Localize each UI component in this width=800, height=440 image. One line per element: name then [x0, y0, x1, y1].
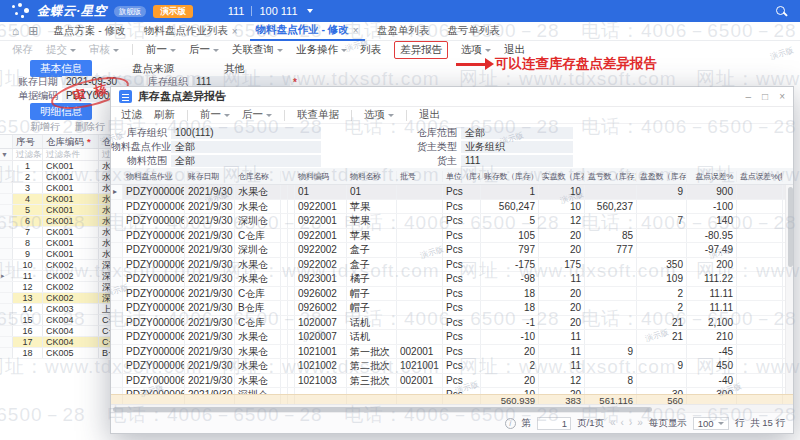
- table-cell: 2021/9/30: [185, 258, 235, 272]
- page-tab[interactable]: 盘亏单列表: [441, 21, 506, 41]
- toolbar-button[interactable]: 后一: [189, 43, 219, 57]
- table-row[interactable]: PDZY0000062021/9/30B仓库0926002帽子Pcs182021…: [111, 301, 793, 316]
- vertical-scrollbar[interactable]: [785, 185, 793, 394]
- info-icon[interactable]: i: [505, 418, 516, 429]
- table-row[interactable]: PDZY0000062021/9/30深圳仓0922002盒子Pcs797207…: [111, 243, 793, 258]
- toolbar-button[interactable]: 提交: [46, 43, 76, 57]
- toolbar-button-label: 选项: [364, 108, 385, 122]
- toolbar-button[interactable]: 联查单据: [297, 108, 339, 122]
- pagination-bar: i 第 1 页/1页 « ‹ › » 每页显示 100 行 共 15 行: [111, 412, 793, 433]
- toolbar-button[interactable]: 退出: [419, 108, 440, 122]
- dialog-titlebar[interactable]: 库存盘点差异报告 – □ ×: [111, 87, 793, 107]
- toolbar-button[interactable]: 保存: [12, 43, 33, 57]
- horizontal-scrollbar[interactable]: [111, 404, 793, 412]
- table-cell: 01: [347, 185, 397, 199]
- page-tab[interactable]: 物料盘点作业 - 修改×: [250, 21, 365, 41]
- table-cell: Pcs: [443, 243, 481, 257]
- table-body[interactable]: ▸PDZY0000062021/9/30水果仓0101Pcs1109900PDZ…: [111, 185, 793, 394]
- table-cell: [281, 388, 288, 394]
- first-page-icon[interactable]: «: [610, 417, 616, 429]
- page-tab-label: 盘亏单列表: [447, 24, 500, 38]
- tab-close-icon[interactable]: ×: [353, 25, 359, 36]
- table-row[interactable]: ▸PDZY0000062021/9/30水果仓0101Pcs1109900: [111, 185, 793, 200]
- grid-action-link[interactable]: 新增行: [30, 120, 60, 134]
- search-icon[interactable]: [776, 5, 788, 17]
- home-icon[interactable]: ⌂: [12, 25, 19, 37]
- filter-value[interactable]: 全部: [171, 155, 321, 167]
- toolbar-button[interactable]: 刷新: [154, 108, 175, 122]
- table-row[interactable]: PDZY0000062021/9/30深圳仓Pcs-102030300: [111, 388, 793, 394]
- table-cell: [397, 287, 443, 301]
- table-cell: 560,237: [585, 200, 637, 214]
- filter-cell[interactable]: 过滤条件: [13, 149, 43, 160]
- chevron-down-icon[interactable]: [307, 9, 313, 13]
- filter-label: 仓库范围: [401, 126, 461, 140]
- table-cell: 0923001: [295, 272, 347, 286]
- table-cell: CK001: [43, 216, 99, 226]
- last-page-icon[interactable]: »: [637, 417, 643, 429]
- maximize-icon[interactable]: □: [762, 92, 768, 102]
- table-cell: 水果仓: [235, 272, 281, 286]
- column-header: 物料盘点作业: [123, 171, 185, 182]
- prev-page-icon[interactable]: ‹: [621, 417, 624, 429]
- toolbar-button[interactable]: 差异报告: [394, 41, 448, 59]
- filter-cell[interactable]: 过滤条件: [43, 149, 99, 160]
- next-page-icon[interactable]: ›: [629, 417, 632, 429]
- page-tab[interactable]: 盘点方案 - 修改: [47, 21, 131, 41]
- toolbar-button[interactable]: 前一: [200, 108, 230, 122]
- minimize-icon[interactable]: –: [746, 92, 752, 102]
- topbar-divider: [251, 6, 252, 16]
- table-cell: [288, 243, 295, 257]
- table-cell: [281, 330, 288, 344]
- table-row[interactable]: PDZY0000062021/9/30水果仓1021003第三批次002001P…: [111, 374, 793, 389]
- table-cell: CK002: [43, 282, 99, 292]
- toolbar-button[interactable]: 过滤: [121, 108, 142, 122]
- filter-value[interactable]: 业务组织: [461, 141, 573, 153]
- toolbar-button[interactable]: 业务操作: [296, 43, 347, 57]
- close-icon[interactable]: ×: [779, 92, 785, 102]
- filter-value[interactable]: 100(111): [171, 127, 321, 139]
- filter-value[interactable]: 全部: [171, 141, 321, 153]
- table-row[interactable]: PDZY0000062021/9/30C仓库0926002帽子Pcs182021…: [111, 287, 793, 302]
- toolbar-button[interactable]: 关联查询: [232, 43, 283, 57]
- apps-grid-icon[interactable]: ⊞: [28, 25, 38, 37]
- toolbar-button[interactable]: 选项: [364, 108, 394, 122]
- user-menu[interactable]: 100 111: [259, 5, 297, 17]
- tab-close-icon[interactable]: ×: [232, 26, 238, 37]
- table-cell: 1: [481, 185, 539, 199]
- table-cell: 第一批次: [347, 345, 397, 359]
- scrollbar-thumb[interactable]: [788, 187, 793, 267]
- table-cell: 21: [637, 330, 687, 344]
- table-cell: [281, 359, 288, 373]
- table-cell: 105: [481, 229, 539, 243]
- filter-value[interactable]: 111: [461, 155, 573, 167]
- table-row[interactable]: PDZY0000062021/9/30水果仓0922001苹果Pcs560,24…: [111, 200, 793, 215]
- table-row[interactable]: PDZY0000062021/9/30深圳仓0922001苹果Pcs512714…: [111, 214, 793, 229]
- filter-value[interactable]: 全部: [461, 127, 573, 139]
- page-tab[interactable]: 盘盈单列表: [371, 21, 436, 41]
- toolbar-button[interactable]: 审核: [89, 43, 119, 57]
- table-cell: [0, 161, 13, 171]
- table-row[interactable]: PDZY0000062021/9/30水果仓1020007话机Pcs-10112…: [111, 330, 793, 345]
- table-cell: 9: [637, 185, 687, 199]
- table-cell: [585, 214, 637, 228]
- table-cell: [397, 229, 443, 243]
- table-row[interactable]: PDZY0000062021/9/30水果仓1021002第二批次1021001…: [111, 359, 793, 374]
- toolbar-button[interactable]: 列表: [360, 43, 381, 57]
- scrollbar-thumb[interactable]: [113, 407, 652, 412]
- table-cell: PDZY000006: [123, 359, 185, 373]
- toolbar-button[interactable]: 后一: [242, 108, 272, 122]
- table-row[interactable]: PDZY0000062021/9/30水果仓1021001第一批次002001P…: [111, 345, 793, 360]
- table-row[interactable]: PDZY0000062021/9/30水果仓0922002盒子Pcs-17517…: [111, 258, 793, 273]
- page-tab[interactable]: 物料盘点作业列表×: [138, 21, 244, 41]
- table-row[interactable]: PDZY0000062021/9/30C仓库1020007话机Pcs-12021…: [111, 316, 793, 331]
- table-cell: [288, 214, 295, 228]
- grid-action-link[interactable]: 删除行: [75, 120, 105, 134]
- table-cell: C仓库: [235, 316, 281, 330]
- toolbar-button[interactable]: 前一: [146, 43, 176, 57]
- per-page-select[interactable]: 100: [693, 417, 729, 430]
- page-number-input[interactable]: 1: [537, 417, 571, 430]
- table-cell: ▸: [111, 185, 123, 199]
- table-row[interactable]: PDZY0000062021/9/30水果仓0923001橘子Pcs-98111…: [111, 272, 793, 287]
- table-row[interactable]: PDZY0000062021/9/30C仓库0922001苹果Pcs105208…: [111, 229, 793, 244]
